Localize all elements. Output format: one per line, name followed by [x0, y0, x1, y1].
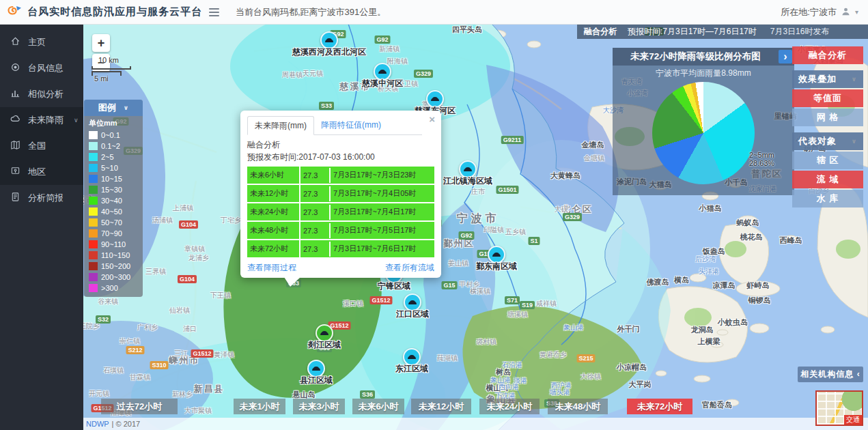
legend-range-label: 50~70	[101, 218, 122, 227]
legend-item: 70~90	[84, 228, 143, 239]
row-period: 未来12小时	[247, 185, 300, 202]
forecast-mode: 融合分析	[584, 26, 617, 38]
user-icon[interactable]	[841, 6, 851, 18]
popup-rain-row: 未来6小时27.37月3日17时~7月3日23时	[247, 167, 434, 184]
legend-swatch	[89, 142, 98, 150]
layer-toggle-button[interactable]: 水 库	[792, 190, 863, 207]
app-header: 台风实时信息防汛应用与服务云平台 当前台风南玛都,距离宁波市391公里。 所在地…	[0, 0, 868, 25]
popup-rain-row: 未来72小时27.37月3日17时~7月6日17时	[247, 240, 434, 257]
layer-controls: 融合分析 效果叠加∨等值面网 格代表对象∨辖 区流 域水 库	[792, 46, 863, 214]
layer-toggle-button[interactable]: 网 格	[792, 109, 863, 126]
basin-marker-label[interactable]: 江北镇海区域	[443, 175, 492, 187]
zoom-in-button[interactable]: +	[92, 34, 110, 52]
legend-header[interactable]: 图例 ∨	[84, 100, 143, 116]
legend-collapse-icon[interactable]: ∨	[124, 104, 128, 111]
time-button[interactable]: 未来72小时	[627, 399, 692, 414]
time-button[interactable]: 未来24小时	[479, 399, 540, 414]
legend-item: 0.1~2	[84, 141, 143, 152]
basin-marker-label[interactable]: 剡江区域	[308, 339, 341, 351]
pie-panel-expand-button[interactable]: ›	[779, 50, 792, 63]
legend-item: 15~30	[84, 184, 143, 195]
basin-marker-label[interactable]: 鄞东南区域	[476, 261, 517, 272]
boat-icon	[311, 365, 321, 372]
home-icon	[10, 36, 20, 48]
forecast-time: 预报时间:7月3日17时—7月6日17时	[628, 26, 757, 38]
popup-tab[interactable]: 未来降雨(mm)	[247, 116, 314, 135]
related-agencies-button[interactable]: 相关机构信息 ‹	[798, 367, 863, 382]
time-button[interactable]: 过去72小时	[101, 399, 178, 414]
layer-toggle-button[interactable]: 流 域	[792, 171, 863, 188]
basin-marker-label[interactable]: 慈溪西河及西北河区	[292, 46, 366, 58]
popup-tab[interactable]: 降雨特征值(mm)	[314, 116, 388, 134]
chevron-down-icon: ∨	[852, 138, 857, 145]
sidebar-item-label: 分析简报	[28, 192, 64, 204]
sidebar-item-report[interactable]: 分析简报	[0, 185, 83, 211]
menu-toggle-icon[interactable]	[209, 8, 219, 16]
future-rain-icon	[10, 114, 20, 126]
boat-icon	[407, 354, 417, 360]
legend-range-label: 110~150	[101, 251, 130, 259]
basin-marker-label[interactable]: 东江区域	[395, 363, 428, 375]
view-all-basins-link[interactable]: 查看所有流域	[385, 262, 434, 274]
legend-item: 150~200	[84, 261, 143, 272]
popup-rain-row: 未来48小时27.37月3日17时~7月5日17时	[247, 222, 434, 239]
legend-item: >300	[84, 283, 143, 293]
layer-group-header[interactable]: 代表对象∨	[792, 132, 863, 150]
time-button[interactable]: 未来1小时	[234, 399, 285, 414]
sidebar-item-label: 未来降雨	[28, 114, 64, 126]
attribution-brand[interactable]: NDWP	[86, 420, 109, 428]
row-period: 未来6小时	[247, 167, 300, 184]
popup-close-icon[interactable]: ×	[429, 114, 435, 124]
legend-range-label: 5~10	[101, 164, 118, 172]
rain-level-pie-chart[interactable]	[652, 82, 755, 184]
legend-item: 200~300	[84, 272, 143, 283]
legend-range-label: 15~30	[101, 186, 122, 194]
row-range: 7月3日17时~7月5日17时	[331, 222, 434, 239]
sidebar-item-similar[interactable]: 相似分析	[0, 81, 83, 107]
minimap-traffic-thumbnail[interactable]: 交通	[815, 390, 863, 426]
popup-tabs: 未来降雨(mm)降雨特征值(mm)	[247, 116, 422, 135]
row-period: 未来48小时	[247, 222, 300, 239]
legend-item: 50~70	[84, 217, 143, 228]
sidebar-item-region[interactable]: 地区	[0, 159, 83, 185]
basin-marker-label[interactable]: 慈溪中河区	[362, 78, 403, 89]
time-button[interactable]: 未来48小时	[548, 399, 608, 414]
legend-unit: 单位mm	[84, 116, 143, 130]
layer-toggle-button[interactable]: 等值面	[792, 89, 863, 107]
sidebar-item-label: 地区	[28, 166, 46, 178]
legend-range-label: 2~5	[101, 153, 114, 161]
user-menu-caret-icon[interactable]: ▾	[855, 8, 858, 16]
time-button[interactable]: 未来6小时	[352, 399, 404, 414]
sidebar-item-home[interactable]: 主页	[0, 29, 83, 55]
legend-range-label: >300	[101, 284, 118, 292]
pie-panel-subtitle: 宁波市平均面雨量8.98mm	[613, 68, 794, 79]
legend-swatch	[89, 153, 98, 161]
row-value: 27.3	[300, 205, 331, 220]
time-button[interactable]: 未来3小时	[293, 399, 345, 414]
basin-marker-label[interactable]: 江口区域	[396, 309, 429, 320]
layer-toggle-button[interactable]: 辖 区	[792, 152, 863, 169]
map-attribution: NDWP | © 2017	[83, 418, 868, 430]
sidebar-item-national[interactable]: 全国	[0, 133, 83, 159]
group-gap	[792, 128, 863, 132]
legend-swatch	[89, 175, 98, 183]
region-icon	[10, 166, 20, 178]
layer-group-label: 效果叠加	[798, 73, 837, 85]
basin-marker-label[interactable]: 宁锋区域	[378, 281, 410, 292]
view-rain-process-link[interactable]: 查看降雨过程	[247, 262, 296, 274]
location-box[interactable]: 所在地:宁波市 ▾	[781, 6, 858, 18]
fusion-analysis-button[interactable]: 融合分析	[792, 46, 863, 64]
sidebar-item-future-rain[interactable]: 未来降雨∨	[0, 107, 83, 133]
sidebar-item-typhoon[interactable]: 台风信息	[0, 55, 83, 81]
time-button[interactable]: 未来12小时	[411, 399, 471, 414]
map-canvas[interactable]: 宁波市鄞州区北仑区普陀区象山县嵊州市新昌县慈溪市兴市上浦镇汤浦镇丁宅乡章镇镇龙浦…	[83, 24, 868, 430]
basin-marker-label[interactable]: 县江区域	[300, 375, 333, 386]
legend-item: 90~110	[84, 239, 143, 250]
legend-swatch	[89, 207, 98, 216]
map-scale: 10 km 5 mi	[92, 66, 131, 84]
app-title: 台风实时信息防汛应用与服务云平台	[27, 5, 202, 18]
layer-group-header[interactable]: 效果叠加∨	[792, 70, 863, 88]
traffic-badge: 交通	[844, 415, 862, 425]
boat-icon	[492, 251, 501, 258]
legend-swatch	[89, 186, 98, 194]
